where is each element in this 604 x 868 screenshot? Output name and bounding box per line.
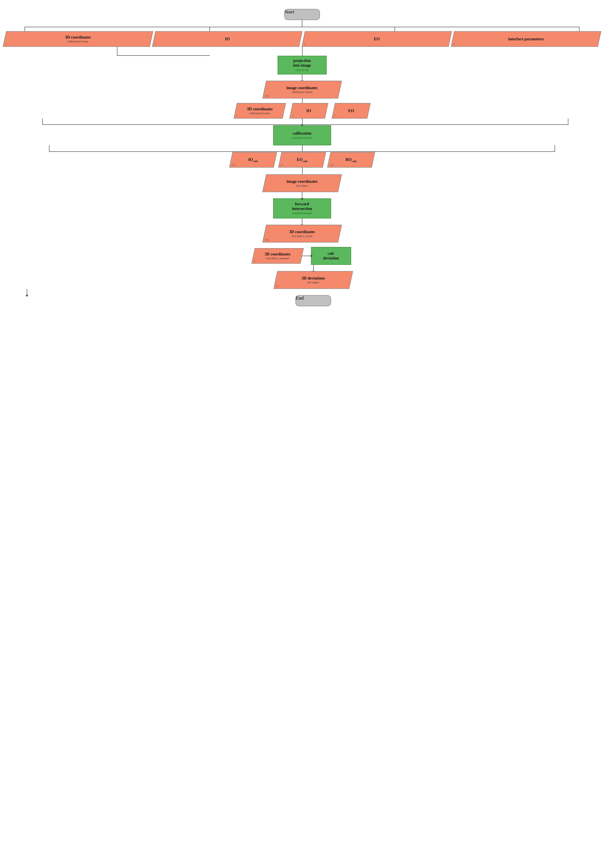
calib-spread-top: [5, 99, 599, 103]
calibration-inner: calibration standard model: [292, 131, 312, 140]
io-top-inner: IO: [221, 35, 233, 43]
start-label: Start: [285, 9, 294, 14]
center-drop-2: [302, 99, 302, 103]
coords3d-calib2-main: 3D coordinates: [247, 107, 273, 111]
interface-params-inner: interface parameters: [505, 35, 547, 43]
interface-params-node: interface parameters I: [451, 31, 601, 47]
top-h-line: [5, 27, 599, 27]
img-coords-test-main: image coordinates: [287, 179, 317, 184]
eo-mid-main: EO: [348, 108, 354, 113]
interface-params-main: interface parameters: [508, 37, 544, 41]
h-line-top: [25, 27, 579, 27]
eo-calib-main: EOcalib: [297, 157, 307, 162]
coords3d-nominal-node: 3D coordinates test object_nominal I: [251, 248, 304, 264]
coords3d-nominal-main: 3D coordinates: [265, 252, 291, 256]
center-drop-3: [302, 119, 302, 125]
coords3d-calib2-node: 3D coordinates calibration fixture I: [234, 103, 286, 119]
calc-deviation-main: calcdeviation: [323, 251, 339, 260]
coords3d-actual-inner: 3D coordinates test object_actual: [286, 228, 319, 240]
calib-merge-lines: [5, 119, 599, 125]
eo-mid-badge: I: [334, 114, 336, 118]
eo-mid-inner: EO: [344, 107, 357, 115]
calib-out-center: [302, 145, 302, 152]
top-inputs-row: 3D coordinates calibration fixture I IO …: [5, 31, 599, 47]
calib-out-right: [554, 145, 555, 152]
img-coords-test-sub: test object: [287, 184, 317, 188]
start-node: Start: [284, 9, 320, 20]
eo-top-main: EO: [374, 37, 379, 41]
eo-top-badge: I: [304, 43, 305, 46]
calib-inputs-row: 3D coordinates calibration fixture I IO …: [5, 103, 599, 119]
img-coords-calib-inner: image coordinates calibration fixture: [283, 84, 321, 96]
io-calib-badge: O/I: [231, 163, 236, 167]
projection-sub: raytracing: [296, 68, 308, 71]
arrowhead-end: [26, 295, 28, 297]
projection-node: projectioninto image raytracing: [277, 56, 327, 74]
end-row: End: [296, 295, 331, 306]
calibration-sub: standard model: [292, 136, 312, 140]
img-coords-test-inner: image coordinates test object: [283, 177, 321, 189]
coords3d-calib2-inner: 3D coordinates calibration fixture: [243, 105, 276, 117]
io-mid-node: IO I: [289, 103, 328, 119]
end-node: End: [296, 295, 331, 306]
io-mid-inner: IO: [303, 107, 314, 115]
center-drop-4: [302, 167, 302, 174]
deviations3d-node: 3D deviations test object O: [273, 271, 353, 289]
eo-top-node: EO I: [302, 31, 452, 47]
h-merge-calib: [42, 124, 568, 125]
deviations3d-sub: test object: [302, 281, 325, 284]
coords3d-calib-node: 3D coordinates calibration fixture I: [3, 31, 153, 47]
arrow-nominal-to-calc: [302, 256, 311, 256]
img-test-top-space: [5, 167, 599, 174]
arrowhead-right: [311, 254, 313, 257]
eo-calib-inner: EOcalib: [293, 156, 311, 164]
eo-calib-badge: O: [280, 163, 283, 167]
calibration-main: calibration: [293, 131, 311, 135]
calc-dev-row: 3D coordinates test object_nominal I cal…: [5, 247, 599, 265]
end-label: End: [296, 296, 304, 301]
arrow-start-split: [302, 20, 302, 27]
io-calib-node: IOcalib O/I: [229, 152, 277, 167]
io-top-node: IO I: [152, 31, 302, 47]
arrowhead-calib: [301, 124, 304, 126]
deviations3d-badge: O: [276, 285, 279, 288]
v-drop-1: [25, 27, 25, 31]
img-coords-calib-sub: calibration fixture: [287, 90, 317, 94]
drop-1b: [117, 47, 118, 56]
calc-deviation-inner: calcdeviation: [323, 251, 339, 260]
coords3d-actual-badge: O/I: [265, 238, 269, 242]
projection-main: projectioninto image: [293, 58, 311, 68]
img-coords-calib-main: image coordinates: [287, 85, 317, 90]
img-coords-test-node: image coordinates test object I: [262, 174, 342, 192]
eo-top-inner: EO: [370, 35, 383, 43]
img-coords-test-badge: I: [265, 188, 266, 191]
forward-intersection-node: forwardintersection standard model: [273, 198, 331, 219]
arrow-to-fwd: [302, 192, 302, 198]
left-branch-drop: [42, 119, 43, 125]
calib-outputs-row: IOcalib O/I EOcalib O ROcalib O/I: [5, 152, 599, 167]
center-drop: [302, 47, 302, 56]
calibration-node: calibration standard model: [273, 125, 331, 145]
coords3d-actual-node: 3D coordinates test object_actual O/I: [262, 225, 342, 243]
arrow-proj-to-imgcoord: [302, 74, 302, 81]
io-mid-main: IO: [306, 108, 311, 113]
projection-inner: projectioninto image raytracing: [293, 58, 311, 72]
calib-output-spread: [5, 145, 599, 152]
right-branch-drop: [568, 119, 568, 125]
arrow-calc-to-devout: [313, 265, 314, 271]
img-coords-calib-badge: O/I: [265, 94, 269, 98]
io-calib-inner: IOcalib: [245, 156, 262, 164]
io-top-main: IO: [225, 37, 230, 41]
deviations3d-inner: 3D deviations test object: [298, 274, 328, 286]
coords3d-actual-main: 3D coordinates: [289, 229, 315, 234]
ro-calib-inner: ROcalib: [342, 156, 360, 164]
h-merge-1: [117, 55, 210, 56]
coords3d-calib2-sub: calibration fixture: [247, 112, 273, 115]
calib-out-left: [49, 145, 50, 152]
io-mid-badge: I: [292, 114, 293, 118]
coords3d-nominal-sub: test object_nominal: [265, 257, 291, 260]
coords3d-calib-badge: I: [5, 43, 7, 46]
flowchart: Start 3D coordinates calibration fixture…: [5, 9, 599, 315]
ro-calib-badge: O/I: [330, 163, 334, 167]
ro-calib-main: ROcalib: [345, 157, 357, 162]
